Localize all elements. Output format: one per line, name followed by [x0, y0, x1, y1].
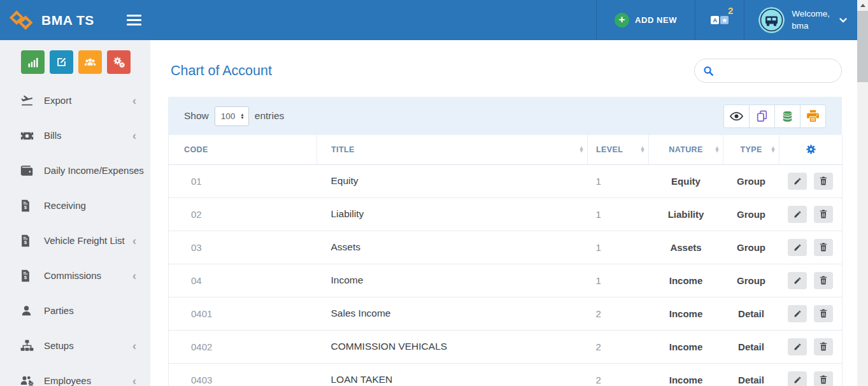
sidebar-item-employees[interactable]: Employees ‹ [0, 363, 150, 386]
column-header-title[interactable]: TITLE ▲▼ [317, 135, 588, 164]
svg-text:$: $ [24, 239, 27, 245]
delete-row-button[interactable] [814, 338, 833, 355]
hamburger-menu-icon[interactable] [127, 15, 141, 25]
chart-of-accounts-table: CODE TITLE ▲▼ LEVEL ▲▼ [168, 135, 843, 386]
quick-edit-button[interactable] [50, 50, 73, 74]
column-header-settings[interactable] [779, 135, 843, 164]
cell-code: 01 [169, 164, 317, 197]
sort-arrows-icon: ▲▼ [715, 147, 719, 153]
sidebar-item-export[interactable]: Export ‹ [0, 83, 150, 118]
cell-nature: Assets [649, 231, 723, 264]
cell-code: 0403 [169, 363, 317, 386]
welcome-text: Welcome, bma [792, 8, 830, 32]
edit-row-button[interactable] [788, 272, 807, 289]
edit-row-button[interactable] [788, 305, 807, 322]
table-panel: Show 100 ▲▼ entries [168, 97, 842, 386]
trash-icon [820, 342, 827, 351]
sidebar-menu: Export ‹ Bills ‹ Daily Income/Expenses ‹… [0, 83, 150, 386]
trash-icon [820, 176, 827, 185]
print-icon [807, 110, 819, 122]
wallet-icon [20, 164, 34, 176]
delete-row-button[interactable] [814, 371, 833, 386]
search-box [694, 59, 842, 83]
cell-title: Assets [317, 231, 588, 264]
delete-row-button[interactable] [814, 272, 833, 289]
gears-icon [113, 56, 125, 69]
bar-chart-icon [27, 56, 39, 69]
column-header-code[interactable]: CODE [169, 135, 317, 164]
edit-row-button[interactable] [788, 173, 807, 190]
plus-icon: + [615, 13, 629, 27]
sidebar-item-setups[interactable]: Setups ‹ [0, 328, 150, 363]
cell-level: 1 [588, 231, 649, 264]
trash-icon [820, 309, 827, 318]
delete-row-button[interactable] [814, 206, 833, 223]
table-row: 04 Income 1 Income Group [169, 264, 843, 297]
cell-level: 1 [588, 197, 649, 231]
cell-code: 02 [169, 197, 317, 231]
copy-button[interactable] [749, 104, 775, 128]
file-invoice-icon: $ [20, 269, 34, 282]
scrollbar-up-arrow[interactable] [857, 0, 868, 11]
search-icon [703, 66, 714, 76]
pencil-icon [793, 210, 802, 218]
sidebar-item-vehicle-freight-list[interactable]: $ Vehicle Freight List ‹ [0, 223, 150, 258]
sidebar-item-daily-income-expenses[interactable]: Daily Income/Expenses ‹ [0, 153, 150, 188]
trash-icon [820, 243, 827, 252]
cell-level: 2 [588, 363, 649, 386]
pencil-icon [793, 243, 802, 252]
pencil-icon [793, 177, 802, 185]
search-input[interactable] [719, 66, 833, 76]
page-size-select[interactable]: 100 [215, 106, 249, 126]
quick-chart-button[interactable] [21, 50, 45, 74]
delete-row-button[interactable] [814, 173, 833, 190]
trash-icon [820, 375, 827, 384]
table-row: 0403 LOAN TAKEN 2 Income Detail [169, 363, 843, 386]
delete-row-button[interactable] [814, 305, 833, 322]
cell-level: 1 [588, 264, 649, 297]
language-icon-alt: ★ [720, 16, 729, 24]
edit-row-button[interactable] [788, 239, 807, 256]
cell-title: Liability [317, 197, 588, 231]
edit-row-button[interactable] [788, 338, 807, 355]
brand-title: BMA TS [41, 13, 94, 28]
print-button[interactable] [800, 104, 826, 128]
page-title: Chart of Account [171, 63, 272, 79]
chevron-left-icon: ‹ [132, 130, 136, 141]
user-menu[interactable]: Welcome, bma [744, 0, 857, 40]
export-data-button[interactable] [774, 104, 800, 128]
pencil-icon [793, 310, 802, 318]
edit-row-button[interactable] [788, 206, 807, 223]
cell-title: LOAN TAKEN [317, 363, 588, 386]
sidebar-item-bills[interactable]: Bills ‹ [0, 118, 150, 153]
language-switcher[interactable]: 2 A ★ [695, 0, 744, 40]
sidebar-item-parties[interactable]: Parties ‹ [0, 293, 150, 328]
edit-row-button[interactable] [788, 371, 807, 386]
delete-row-button[interactable] [814, 239, 833, 256]
export-button-group [723, 104, 826, 128]
cell-level: 2 [588, 330, 649, 363]
column-header-type[interactable]: TYPE ▲▼ [723, 135, 779, 164]
quick-settings-button[interactable] [107, 50, 131, 74]
file-invoice-icon: $ [20, 234, 34, 247]
svg-text:$: $ [24, 275, 27, 280]
cell-code: 0402 [169, 330, 317, 363]
cell-type: Detail [723, 297, 779, 330]
table-row: 02 Liability 1 Liability Group [169, 197, 843, 231]
table-settings-gear-icon [806, 144, 816, 155]
quick-users-button[interactable] [78, 50, 102, 74]
money-bill-icon [20, 130, 34, 141]
window-scrollbar[interactable] [857, 0, 868, 386]
add-new-button[interactable]: + ADD NEW [596, 0, 695, 40]
pencil-icon [793, 343, 802, 351]
scrollbar-thumb[interactable] [857, 11, 868, 82]
column-visibility-button[interactable] [723, 104, 750, 128]
column-header-nature[interactable]: NATURE ▲▼ [649, 135, 723, 164]
sort-arrows-icon: ▲▼ [641, 147, 644, 153]
column-header-level[interactable]: LEVEL ▲▼ [588, 135, 649, 164]
users-gear-icon [20, 375, 34, 386]
language-icon: A [711, 16, 719, 24]
sidebar-item-receiving[interactable]: $ Receiving ‹ [0, 188, 150, 223]
sidebar-item-commissions[interactable]: $ Commissions ‹ [0, 258, 150, 293]
table-row: 03 Assets 1 Assets Group [169, 231, 843, 264]
